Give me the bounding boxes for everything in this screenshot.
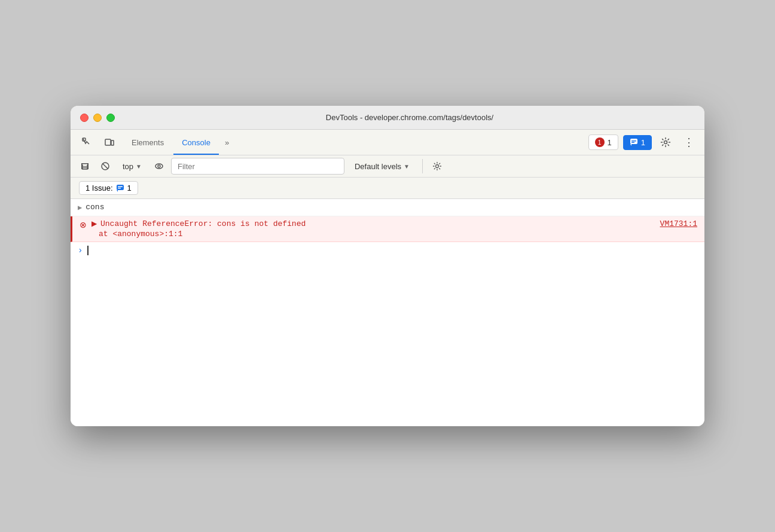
eye-button[interactable] xyxy=(151,158,167,175)
clear-icon xyxy=(80,161,90,171)
toolbar-divider xyxy=(422,159,423,173)
maximize-button[interactable] xyxy=(106,114,115,122)
main-toolbar: Elements Console » 1 1 1 xyxy=(71,130,704,155)
console-content: ▶ cons ⊗ ▶ Uncaught ReferenceError: cons… xyxy=(71,199,704,426)
chat-icon xyxy=(630,138,638,146)
svg-rect-1 xyxy=(105,139,111,145)
more-options-button[interactable]: ⋮ xyxy=(679,133,697,151)
tab-list: Elements Console » xyxy=(123,134,234,151)
console-input-row[interactable]: › xyxy=(71,242,704,259)
gear-icon xyxy=(660,137,671,148)
svg-point-14 xyxy=(435,165,438,168)
error-main-text: Uncaught ReferenceError: cons is not def… xyxy=(100,219,648,228)
titlebar: DevTools - developer.chrome.com/tags/dev… xyxy=(71,106,704,130)
console-settings-button[interactable] xyxy=(429,158,446,175)
expand-chevron: ▶ xyxy=(78,203,82,212)
svg-rect-5 xyxy=(631,142,634,143)
devtools-window: DevTools - developer.chrome.com/tags/dev… xyxy=(71,106,704,426)
svg-point-13 xyxy=(158,165,160,167)
svg-rect-16 xyxy=(118,186,123,187)
svg-line-11 xyxy=(103,164,108,169)
svg-rect-17 xyxy=(118,188,121,189)
traffic-lights xyxy=(80,114,115,122)
error-row[interactable]: ⊗ ▶ Uncaught ReferenceError: cons is not… xyxy=(71,216,704,242)
device-toolbar-button[interactable] xyxy=(100,133,118,151)
console-input-entry[interactable]: ▶ cons xyxy=(71,199,704,216)
close-button[interactable] xyxy=(80,114,89,122)
error-circle-icon: ⊗ xyxy=(80,219,87,230)
more-tabs-button[interactable]: » xyxy=(220,136,234,149)
error-expand-icon: ▶ xyxy=(91,219,97,228)
issues-badge-button[interactable]: 1 Issue: 1 xyxy=(79,181,138,195)
gear-small-icon xyxy=(432,161,442,171)
console-prompt: › xyxy=(78,246,83,255)
svg-rect-15 xyxy=(117,185,124,190)
svg-point-12 xyxy=(155,164,163,169)
error-badge: 1 xyxy=(595,137,605,147)
error-sub-text: at <anonymous>:1:1 xyxy=(80,230,697,239)
log-levels-dropdown[interactable]: Default levels ▼ xyxy=(348,160,416,173)
block-network-button[interactable] xyxy=(97,158,114,175)
tab-elements[interactable]: Elements xyxy=(123,134,172,151)
svg-rect-2 xyxy=(111,140,114,145)
context-selector[interactable]: top ▼ xyxy=(117,160,147,173)
settings-button[interactable] xyxy=(657,133,675,151)
tab-console[interactable]: Console xyxy=(173,134,219,151)
eye-icon xyxy=(154,161,164,171)
clear-console-button[interactable] xyxy=(77,158,93,175)
issue-chat-icon xyxy=(116,184,124,192)
minimize-button[interactable] xyxy=(93,114,102,122)
console-entry-text: cons xyxy=(86,203,104,212)
issues-bar: 1 Issue: 1 xyxy=(71,178,704,199)
block-icon xyxy=(100,161,110,171)
filter-input[interactable] xyxy=(171,158,344,175)
console-cursor xyxy=(87,246,89,255)
svg-point-6 xyxy=(664,141,667,144)
error-source-link[interactable]: VM1731:1 xyxy=(660,219,697,228)
error-count-button[interactable]: 1 1 xyxy=(588,134,618,150)
inspect-element-button[interactable] xyxy=(78,133,96,151)
window-title: DevTools - developer.chrome.com/tags/dev… xyxy=(124,113,695,122)
svg-rect-4 xyxy=(631,140,636,142)
info-count-button[interactable]: 1 xyxy=(623,135,652,150)
console-toolbar: top ▼ Default levels ▼ xyxy=(71,155,704,178)
